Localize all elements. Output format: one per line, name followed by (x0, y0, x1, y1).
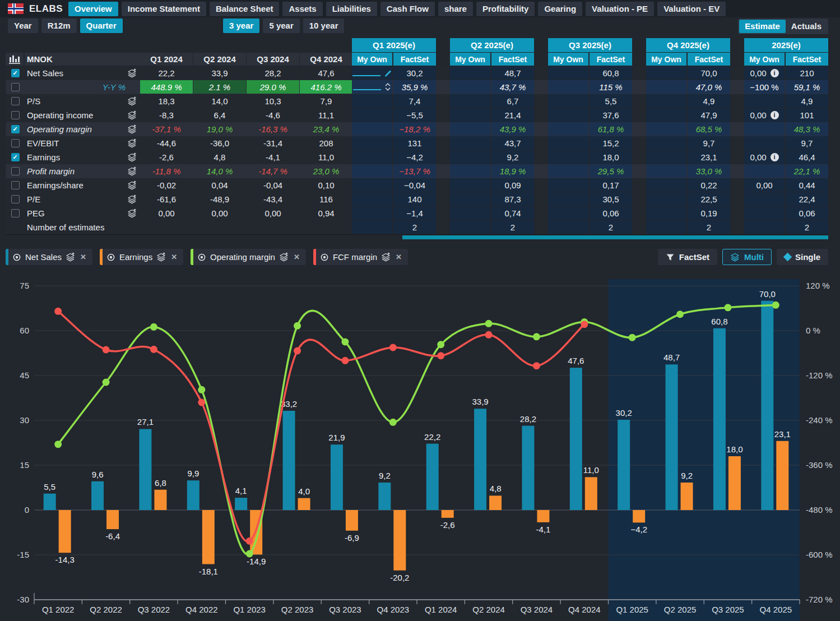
legend-chip-fcf-margin[interactable]: FCF margin✕ (313, 249, 408, 265)
range-10-year[interactable]: 10 year (303, 18, 345, 33)
combo-chart[interactable]: 75120 %600 %45-120 %30-240 %15-360 %0-48… (0, 275, 840, 621)
est-sub-header-q1-2025-e-my-own[interactable]: My Own (352, 53, 392, 66)
svg-text:Q4 2023: Q4 2023 (377, 605, 410, 614)
tab-share[interactable]: share (438, 2, 473, 16)
legend-close-icon[interactable]: ✕ (395, 253, 403, 261)
range-3-year[interactable]: 3 year (223, 18, 259, 33)
est-myown-cell[interactable] (352, 80, 392, 94)
est-sub-header-q2-2025-e-my-own[interactable]: My Own (450, 53, 490, 66)
row-checkbox-p-s[interactable] (11, 97, 20, 105)
row-checkbox-ev-ebit[interactable] (11, 139, 20, 147)
eye-icon[interactable] (320, 253, 329, 262)
info-icon[interactable]: i (771, 153, 779, 161)
est-myown-cell (450, 164, 490, 178)
row-checkbox-y-y[interactable] (11, 83, 20, 91)
row-checkbox-operating-income[interactable] (11, 111, 20, 119)
layers-icon[interactable] (127, 138, 137, 148)
myown-input-underline[interactable] (352, 75, 380, 76)
row-checkbox-earnings-share[interactable] (11, 181, 20, 189)
tab-income-statement[interactable]: Income Statement (122, 2, 206, 16)
layers-icon[interactable] (156, 252, 166, 262)
est-sub-header-q4-2025-e-my-own[interactable]: My Own (646, 53, 686, 66)
info-icon[interactable]: i (771, 111, 779, 119)
est-factset-cell: 43,9 % (491, 122, 534, 136)
eye-icon[interactable] (12, 253, 21, 262)
legend-close-icon[interactable]: ✕ (79, 253, 87, 261)
est-sub-header-2025-e-my-own[interactable]: My Own (744, 53, 785, 66)
chart-control-multi[interactable]: Multi (722, 249, 772, 265)
est-myown-cell[interactable] (352, 66, 392, 80)
eye-icon[interactable] (197, 253, 206, 262)
tab-balance-sheet[interactable]: Balance Sheet (210, 2, 280, 16)
est-myown-cell (352, 178, 392, 192)
tab-overview[interactable]: Overview (68, 2, 118, 16)
period-r12m[interactable]: R12m (41, 18, 77, 33)
layers-icon[interactable] (127, 194, 137, 204)
est-sub-header-q2-2025-e-factset[interactable]: FactSet (491, 53, 534, 66)
pencil-edit-icon[interactable] (384, 69, 392, 77)
layers-icon[interactable] (381, 252, 391, 262)
row-series-icon-cell (123, 206, 140, 220)
layers-icon[interactable] (127, 68, 137, 78)
row-checkbox-profit-margin[interactable] (11, 167, 20, 175)
est-factset-cell: −4,2 (393, 150, 436, 164)
est-sub-header-q3-2025-e-factset[interactable]: FactSet (590, 53, 632, 66)
layers-icon[interactable] (127, 166, 137, 176)
earnings-bar (106, 510, 119, 529)
row-series-icon-cell (123, 192, 140, 206)
row-checkbox-p-e[interactable] (11, 195, 20, 203)
est-sub-header-q3-2025-e-my-own[interactable]: My Own (548, 53, 588, 66)
legend-chip-earnings[interactable]: Earnings✕ (100, 249, 183, 265)
est-sub-header-2025-e-factset[interactable]: FactSet (786, 53, 828, 66)
toggle-actuals[interactable]: Actuals (786, 20, 827, 33)
horizontal-scrollbar-thumb[interactable] (402, 235, 828, 239)
layers-icon[interactable] (66, 252, 75, 262)
layers-icon[interactable] (127, 180, 137, 190)
toggle-estimate[interactable]: Estimate (739, 20, 786, 33)
tab-profitability[interactable]: Profitability (476, 2, 535, 16)
tab-cash-flow[interactable]: Cash Flow (380, 2, 435, 16)
tab-liabilities[interactable]: Liabilities (326, 2, 377, 16)
legend-chip-net-sales[interactable]: Net Sales✕ (6, 249, 92, 265)
fcf-margin-line[interactable] (54, 308, 588, 545)
range-5-year[interactable]: 5 year (263, 18, 299, 33)
layers-icon[interactable] (127, 152, 137, 162)
row-checkbox-peg[interactable] (11, 209, 20, 217)
legend-chip-operating-margin[interactable]: Operating margin✕ (191, 249, 306, 265)
est-sub-header-q4-2025-e-factset[interactable]: FactSet (688, 53, 730, 66)
layers-icon[interactable] (127, 124, 137, 134)
col-header-q2-2024: Q2 2024 (193, 53, 246, 66)
hist-cell: 7,9 (300, 94, 352, 108)
control-label: Multi (744, 252, 764, 262)
stepper-arrows-icon[interactable] (384, 82, 391, 91)
hist-cell: -16,3 % (247, 122, 299, 136)
layers-icon[interactable] (127, 96, 137, 106)
row-label-profit-margin: Profit margin (25, 164, 126, 178)
period-quarter[interactable]: Quarter (80, 18, 123, 33)
est-group-header-q2-2025-e: Q2 2025(e) (450, 38, 534, 52)
est-sub-header-q1-2025-e-factset[interactable]: FactSet (393, 53, 436, 66)
tab-gearing[interactable]: Gearing (538, 2, 582, 16)
row-checkbox-operating-margin[interactable]: ✓ (11, 125, 20, 133)
chart-control-factset[interactable]: FactSet (658, 249, 717, 265)
chart-legend-bar: Net Sales✕Earnings✕Operating margin✕FCF … (6, 249, 834, 265)
tab-assets[interactable]: Assets (282, 2, 322, 16)
tab-valuation-pe[interactable]: Valuation - PE (586, 2, 654, 16)
chart-control-single[interactable]: Single (777, 249, 828, 265)
layers-icon[interactable] (127, 208, 137, 218)
legend-close-icon[interactable]: ✕ (170, 253, 178, 261)
period-year[interactable]: Year (8, 18, 38, 33)
eye-icon[interactable] (106, 253, 115, 262)
layers-icon[interactable] (127, 110, 137, 120)
hist-cell: 416.2 % (300, 80, 352, 94)
row-checkbox-net-sales[interactable]: ✓ (11, 69, 20, 77)
layers-icon[interactable] (279, 252, 289, 262)
info-icon[interactable]: i (771, 69, 779, 77)
bar-chart-icon[interactable] (8, 54, 21, 64)
legend-close-icon[interactable]: ✕ (293, 253, 301, 261)
row-series-icon-cell (123, 164, 140, 178)
est-factset-cell: 131 (393, 136, 436, 150)
tab-valuation-ev[interactable]: Valuation - EV (657, 2, 726, 16)
row-checkbox-earnings[interactable]: ✓ (11, 153, 20, 161)
myown-input-underline[interactable] (353, 89, 381, 90)
